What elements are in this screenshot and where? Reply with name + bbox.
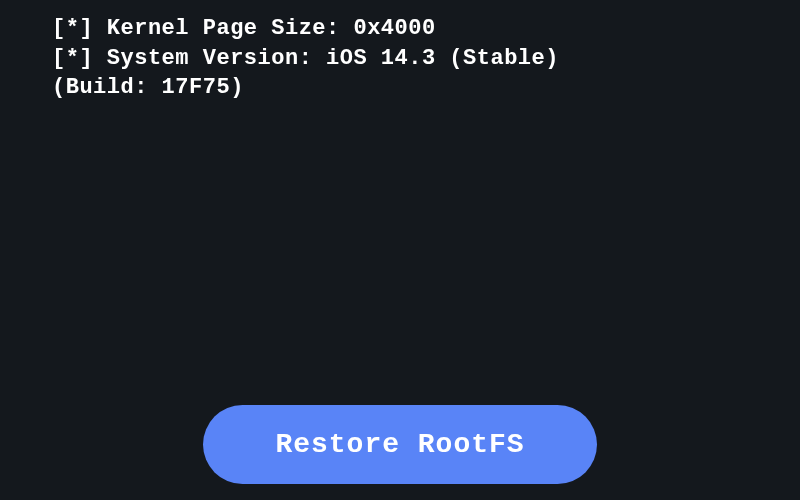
log-line: (Build: 17F75) [52, 73, 800, 103]
action-bar: Restore RootFS [0, 405, 800, 484]
restore-rootfs-button[interactable]: Restore RootFS [203, 405, 596, 484]
log-output: [*] Kernel Page Size: 0x4000 [*] System … [0, 0, 800, 103]
log-line: [*] System Version: iOS 14.3 (Stable) [52, 44, 800, 74]
log-line: [*] Kernel Page Size: 0x4000 [52, 14, 800, 44]
